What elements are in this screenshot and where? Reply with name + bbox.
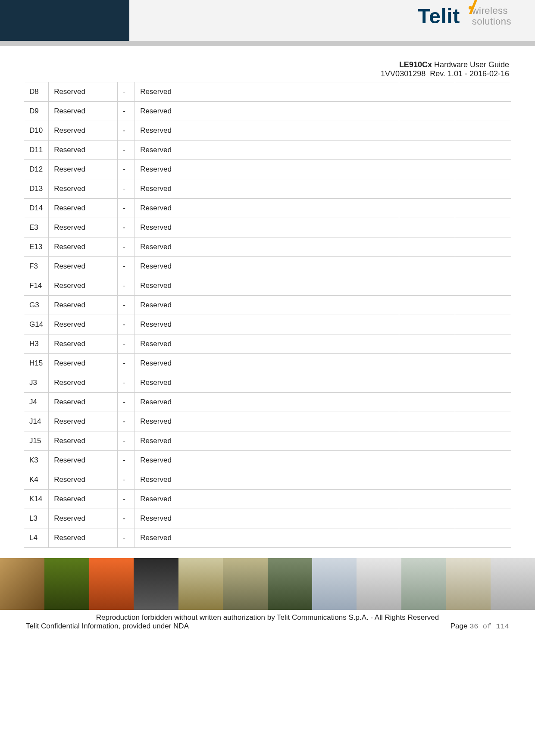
table-row: E13Reserved-Reserved (24, 237, 511, 257)
cell-name: Reserved (49, 218, 118, 237)
cell-pin: F3 (24, 257, 49, 276)
footer-thumb (401, 558, 446, 610)
cell-blank-6 (455, 490, 511, 509)
table-row: L4Reserved-Reserved (24, 528, 511, 548)
cell-pin: K4 (24, 470, 49, 490)
table-row: F3Reserved-Reserved (24, 257, 511, 276)
telit-logo-accent-icon (469, 0, 482, 12)
cell-io: - (118, 354, 135, 373)
table-row: D14Reserved-Reserved (24, 199, 511, 218)
table-row: E3Reserved-Reserved (24, 218, 511, 237)
cell-blank-5 (399, 334, 455, 354)
cell-pin: D12 (24, 160, 49, 179)
cell-name: Reserved (49, 237, 118, 257)
cell-name: Reserved (49, 431, 118, 451)
cell-blank-5 (399, 179, 455, 199)
cell-io: - (118, 373, 135, 393)
cell-func: Reserved (135, 431, 399, 451)
cell-func: Reserved (135, 179, 399, 199)
doc-title-rest: Hardware User Guide (432, 60, 509, 69)
cell-pin: J4 (24, 393, 49, 412)
cell-name: Reserved (49, 470, 118, 490)
cell-func: Reserved (135, 315, 399, 334)
cell-io: - (118, 393, 135, 412)
pin-table-wrap: D8Reserved-ReservedD9Reserved-ReservedD1… (0, 82, 535, 548)
cell-pin: K3 (24, 451, 49, 470)
cell-blank-5 (399, 102, 455, 121)
cell-name: Reserved (49, 412, 118, 431)
cell-name: Reserved (49, 334, 118, 354)
cell-io: - (118, 141, 135, 160)
doc-revision: 1VV0301298 Rev. 1.01 - 2016-02-16 (0, 69, 509, 78)
table-row: J15Reserved-Reserved (24, 431, 511, 451)
table-row: H3Reserved-Reserved (24, 334, 511, 354)
cell-pin: J15 (24, 431, 49, 451)
cell-io: - (118, 490, 135, 509)
cell-io: - (118, 334, 135, 354)
table-row: K4Reserved-Reserved (24, 470, 511, 490)
cell-pin: L4 (24, 528, 49, 548)
cell-io: - (118, 218, 135, 237)
cell-blank-6 (455, 470, 511, 490)
footer-thumb (44, 558, 89, 610)
cell-io: - (118, 276, 135, 296)
cell-blank-6 (455, 179, 511, 199)
cell-blank-6 (455, 276, 511, 296)
cell-io: - (118, 451, 135, 470)
table-row: F14Reserved-Reserved (24, 276, 511, 296)
footer-text: Reproduction forbidden without written a… (0, 610, 535, 644)
cell-func: Reserved (135, 490, 399, 509)
cell-func: Reserved (135, 82, 399, 102)
cell-blank-6 (455, 431, 511, 451)
footer-thumb (446, 558, 490, 610)
table-row: D8Reserved-Reserved (24, 82, 511, 102)
cell-blank-5 (399, 490, 455, 509)
cell-io: - (118, 509, 135, 528)
doc-rev: Rev. 1.01 - 2016-02-16 (430, 69, 509, 78)
table-row: L3Reserved-Reserved (24, 509, 511, 528)
cell-blank-6 (455, 257, 511, 276)
cell-blank-5 (399, 373, 455, 393)
telit-logo-text: Telit (418, 5, 460, 28)
cell-blank-6 (455, 237, 511, 257)
cell-pin: G3 (24, 296, 49, 315)
cell-func: Reserved (135, 354, 399, 373)
pin-table: D8Reserved-ReservedD9Reserved-ReservedD1… (24, 82, 511, 548)
footer-thumb (491, 558, 535, 610)
footer-line-2: Telit Confidential Information, provided… (26, 622, 509, 631)
cell-name: Reserved (49, 141, 118, 160)
footer-thumb (312, 558, 357, 610)
cell-name: Reserved (49, 354, 118, 373)
table-row: D11Reserved-Reserved (24, 141, 511, 160)
doc-title: LE910Cx Hardware User Guide (0, 60, 509, 69)
cell-name: Reserved (49, 82, 118, 102)
cell-blank-5 (399, 141, 455, 160)
cell-blank-5 (399, 257, 455, 276)
footer-thumb (268, 558, 312, 610)
table-row: J4Reserved-Reserved (24, 393, 511, 412)
footer-thumb (134, 558, 178, 610)
cell-pin: G14 (24, 315, 49, 334)
cell-io: - (118, 528, 135, 548)
cell-blank-6 (455, 528, 511, 548)
table-row: K3Reserved-Reserved (24, 451, 511, 470)
cell-blank-5 (399, 393, 455, 412)
cell-name: Reserved (49, 393, 118, 412)
cell-func: Reserved (135, 470, 399, 490)
cell-blank-6 (455, 102, 511, 121)
cell-name: Reserved (49, 451, 118, 470)
cell-blank-6 (455, 509, 511, 528)
cell-name: Reserved (49, 373, 118, 393)
cell-pin: J14 (24, 412, 49, 431)
cell-blank-6 (455, 412, 511, 431)
cell-blank-5 (399, 121, 455, 141)
cell-io: - (118, 237, 135, 257)
cell-io: - (118, 296, 135, 315)
cell-blank-6 (455, 334, 511, 354)
cell-blank-5 (399, 218, 455, 237)
cell-func: Reserved (135, 528, 399, 548)
cell-blank-6 (455, 82, 511, 102)
cell-name: Reserved (49, 102, 118, 121)
cell-func: Reserved (135, 296, 399, 315)
cell-pin: D9 (24, 102, 49, 121)
